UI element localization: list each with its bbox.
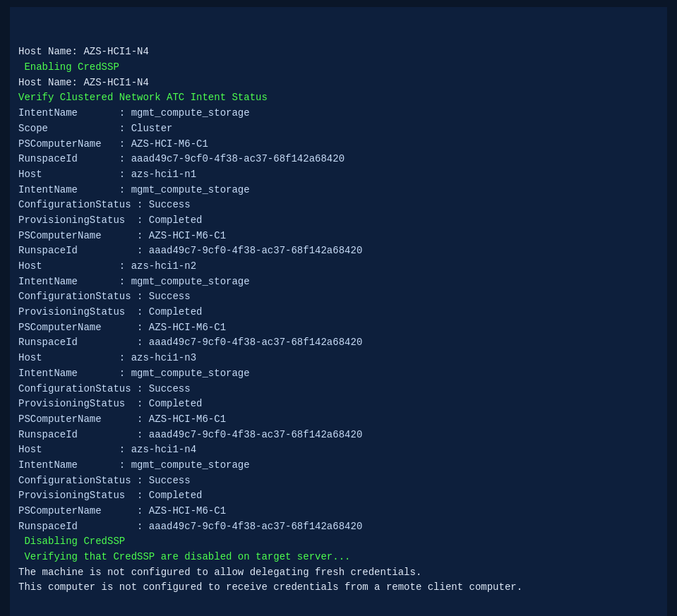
terminal-line: IntentName : mgmt_compute_storage [18, 458, 659, 473]
terminal-line: ConfigurationStatus : Success [18, 289, 659, 305]
terminal-line: PSComputerName : AZS-HCI-M6-C1 [18, 229, 659, 244]
terminal-line: RunspaceId : aaad49c7-9cf0-4f38-ac37-68f… [18, 428, 659, 443]
terminal-line: PSComputerName : AZS-HCI-M6-C1 [18, 320, 659, 336]
terminal-line: Host : azs-hci1-n4 [18, 442, 659, 458]
terminal-line: RunspaceId : aaad49c7-9cf0-4f38-ac37-68f… [18, 335, 659, 351]
terminal-line: Host Name: AZS-HCI1-N4 [18, 76, 659, 91]
terminal-line: IntentName : mgmt_compute_storage [18, 106, 659, 121]
terminal-line: Verify Clustered Network ATC Intent Stat… [18, 90, 659, 106]
terminal-line: ConfigurationStatus : Success [18, 473, 659, 489]
terminal-line: IntentName : mgmt_compute_storage [18, 366, 659, 382]
terminal-line: RunspaceId : aaad49c7-9cf0-4f38-ac37-68f… [18, 152, 659, 167]
terminal-line: PSComputerName : AZS-HCI-M6-C1 [18, 412, 659, 428]
terminal-line: IntentName : mgmt_compute_storage [18, 183, 659, 198]
terminal-line: Host : azs-hci1-n3 [18, 351, 659, 366]
terminal-line: Scope : Cluster [18, 121, 659, 137]
terminal-line: ProvisioningStatus : Completed [18, 397, 659, 412]
terminal-window: Host Name: AZS-HCI1-N4 Enabling CredSSPH… [10, 7, 667, 616]
terminal-line: ConfigurationStatus : Success [18, 198, 659, 213]
terminal-line: Host : azs-hci1-n2 [18, 259, 659, 274]
terminal-line: The machine is not configured to allow d… [18, 565, 659, 581]
terminal-line: RunspaceId : aaad49c7-9cf0-4f38-ac37-68f… [18, 243, 659, 259]
terminal-line: Verifying that CredSSP are disabled on t… [18, 550, 659, 565]
terminal-line: Host Name: AZS-HCI1-N4 [18, 44, 659, 60]
terminal-line: PSComputerName : AZS-HCI-M6-C1 [18, 137, 659, 152]
terminal-line: IntentName : mgmt_compute_storage [18, 274, 659, 290]
terminal-output: Host Name: AZS-HCI1-N4 Enabling CredSSPH… [18, 44, 659, 596]
terminal-line: Host : azs-hci1-n1 [18, 167, 659, 183]
terminal-line: This computer is not configured to recei… [18, 580, 659, 596]
terminal-line: RunspaceId : aaad49c7-9cf0-4f38-ac37-68f… [18, 519, 659, 535]
terminal-line: ProvisioningStatus : Completed [18, 305, 659, 320]
terminal-line: Disabling CredSSP [18, 534, 659, 550]
terminal-line: ConfigurationStatus : Success [18, 382, 659, 397]
terminal-line: PSComputerName : AZS-HCI-M6-C1 [18, 504, 659, 519]
terminal-line: ProvisioningStatus : Completed [18, 488, 659, 504]
terminal-line: ProvisioningStatus : Completed [18, 213, 659, 229]
terminal-line: Enabling CredSSP [18, 60, 659, 76]
